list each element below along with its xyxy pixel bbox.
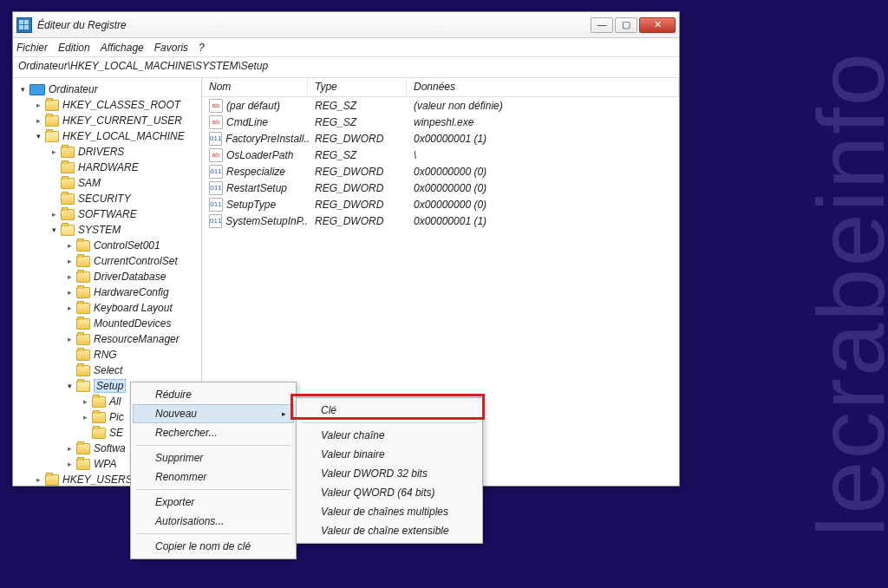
expander-icon[interactable]	[81, 413, 90, 422]
tree-item[interactable]: HKEY_CLASSES_ROOT	[13, 97, 201, 113]
expander-icon[interactable]	[65, 257, 75, 266]
tree-label: MountedDevices	[94, 317, 171, 330]
maximize-button[interactable]: ▢	[615, 17, 637, 33]
col-name[interactable]: Nom	[202, 78, 308, 96]
menu-favorites[interactable]: Favoris	[154, 42, 188, 54]
list-header[interactable]: Nom Type Données	[202, 78, 679, 97]
expander-icon[interactable]	[18, 85, 28, 95]
value-type: REG_DWORD	[308, 215, 407, 227]
tree-item[interactable]: Select	[13, 363, 201, 378]
tree-label: ResourceManager	[94, 333, 180, 345]
tree-label: HARDWARE	[78, 161, 139, 173]
computer-icon	[29, 84, 45, 95]
tree-label: Softwa	[94, 442, 126, 454]
value-data: 0x00000000 (0)	[407, 182, 679, 194]
expander-icon[interactable]	[65, 382, 75, 391]
expander-icon[interactable]	[65, 288, 75, 297]
expander-icon[interactable]	[65, 460, 75, 469]
separator	[136, 489, 291, 490]
tree-label: WPA	[94, 458, 116, 470]
col-data[interactable]: Données	[407, 78, 679, 96]
value-name: SystemSetupInP..	[225, 215, 308, 227]
tree-item[interactable]: DRIVERS	[13, 144, 201, 160]
tree-item[interactable]: SOFTWARE	[13, 206, 201, 222]
list-row[interactable]: 011SystemSetupInP..REG_DWORD0x00000001 (…	[202, 212, 679, 229]
ctx-rename[interactable]: Renommer	[133, 467, 294, 487]
ctx-new-binary[interactable]: Valeur binaire	[298, 445, 480, 464]
expander-icon[interactable]	[49, 147, 59, 157]
menu-file[interactable]: Fichier	[16, 42, 48, 54]
tree-item[interactable]: CurrentControlSet	[13, 253, 201, 269]
list-row[interactable]: 011FactoryPreInstall..REG_DWORD0x0000000…	[202, 130, 679, 147]
ctx-new-dword[interactable]: Valeur DWORD 32 bits	[298, 464, 480, 483]
tree-item[interactable]: RNG	[13, 347, 201, 363]
value-data: \	[407, 149, 679, 161]
tree-item[interactable]: DriverDatabase	[13, 269, 201, 284]
ctx-delete[interactable]: Supprimer	[133, 448, 294, 467]
ctx-permissions[interactable]: Autorisations...	[133, 512, 294, 531]
expander-icon[interactable]	[65, 304, 75, 313]
tree-item[interactable]: HKEY_CURRENT_USER	[13, 113, 201, 128]
ctx-reduce[interactable]: Réduire	[133, 385, 294, 404]
expander-icon[interactable]	[65, 241, 75, 251]
ctx-new-string[interactable]: Valeur chaîne	[298, 426, 480, 445]
ctx-new-key[interactable]: Clé	[298, 401, 480, 420]
list-row[interactable]: abOsLoaderPathREG_SZ\	[202, 147, 679, 163]
tree-item[interactable]: HKEY_LOCAL_MACHINE	[13, 128, 201, 144]
string-value-icon: ab	[209, 99, 223, 113]
expander-icon[interactable]	[65, 272, 75, 282]
tree-item[interactable]: HARDWARE	[13, 160, 201, 175]
menu-edit[interactable]: Edition	[58, 42, 90, 54]
tree-item[interactable]: ResourceManager	[13, 331, 201, 347]
minimize-button[interactable]: —	[591, 17, 613, 33]
expander-icon[interactable]	[81, 397, 90, 407]
expander-icon[interactable]	[34, 475, 43, 485]
expander-icon[interactable]	[49, 210, 59, 219]
tree-label: HKEY_CURRENT_USER	[62, 114, 182, 127]
folder-icon	[61, 209, 75, 220]
tree-item[interactable]: SYSTEM	[13, 222, 201, 238]
list-row[interactable]: abCmdLineREG_SZwinpeshl.exe	[202, 114, 679, 130]
expander-icon[interactable]	[34, 101, 43, 110]
tree-item[interactable]: HardwareConfig	[13, 284, 201, 300]
ctx-copy-key-name[interactable]: Copier le nom de clé	[133, 537, 294, 556]
list-row[interactable]: ab(par défaut)REG_SZ(valeur non définie)	[202, 97, 679, 114]
tree-label: SOFTWARE	[78, 208, 137, 220]
expander-icon[interactable]	[65, 335, 75, 344]
tree-item[interactable]: SAM	[13, 175, 201, 191]
ctx-export[interactable]: Exporter	[133, 493, 294, 512]
list-row[interactable]: 011RespecializeREG_DWORD0x00000000 (0)	[202, 163, 679, 180]
list-row[interactable]: 011RestartSetupREG_DWORD0x00000000 (0)	[202, 180, 679, 196]
expander-icon[interactable]	[34, 116, 43, 126]
expander-icon[interactable]	[34, 132, 43, 141]
context-menu-primary: Réduire Nouveau▸ Rechercher... Supprimer…	[130, 382, 297, 559]
tree-item[interactable]: Keyboard Layout	[13, 300, 201, 316]
ctx-new[interactable]: Nouveau▸	[133, 404, 294, 423]
value-data: 0x00000000 (0)	[407, 166, 679, 178]
tree-item[interactable]: SECURITY	[13, 191, 201, 206]
ctx-new-expandstring[interactable]: Valeur de chaîne extensible	[298, 521, 480, 540]
value-name: OsLoaderPath	[226, 149, 293, 161]
ctx-new-qword[interactable]: Valeur QWORD (64 bits)	[298, 483, 480, 502]
tree-item[interactable]: ControlSet001	[13, 238, 201, 253]
submenu-arrow-icon: ▸	[282, 409, 286, 418]
context-menu-new-submenu: Clé Valeur chaîne Valeur binaire Valeur …	[296, 397, 483, 544]
list-row[interactable]: 011SetupTypeREG_DWORD0x00000000 (0)	[202, 196, 679, 212]
tree-item[interactable]: Ordinateur	[13, 82, 201, 97]
menu-view[interactable]: Affichage	[101, 42, 144, 54]
expander-icon[interactable]	[49, 225, 59, 235]
tree-item[interactable]: MountedDevices	[13, 316, 201, 331]
ctx-new-multistring[interactable]: Valeur de chaînes multiples	[298, 502, 480, 521]
menubar: Fichier Edition Affichage Favoris ?	[13, 38, 679, 57]
close-button[interactable]: ✕	[639, 17, 676, 33]
titlebar[interactable]: Éditeur du Registre — ▢ ✕	[13, 12, 679, 38]
ctx-search[interactable]: Rechercher...	[133, 423, 294, 442]
value-type: REG_SZ	[308, 100, 407, 112]
value-type: REG_DWORD	[308, 133, 407, 145]
address-bar[interactable]: Ordinateur\HKEY_LOCAL_MACHINE\SYSTEM\Set…	[13, 57, 679, 78]
expander-icon[interactable]	[65, 444, 75, 454]
menu-help[interactable]: ?	[199, 42, 205, 54]
col-type[interactable]: Type	[308, 78, 407, 96]
value-type: REG_DWORD	[308, 182, 407, 194]
folder-icon	[61, 147, 75, 158]
